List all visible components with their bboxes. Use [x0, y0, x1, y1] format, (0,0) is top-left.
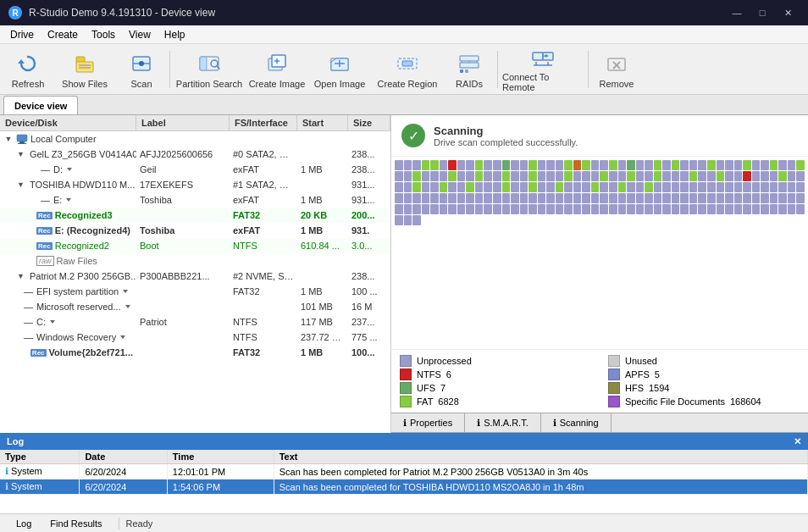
- disk-cell: [618, 160, 627, 170]
- svg-rect-23: [460, 69, 463, 73]
- dropdown-icon[interactable]: [119, 333, 127, 341]
- legend: Unprocessed Unused NTFS 6 APFS 5 UFS 7: [391, 349, 808, 413]
- disk-cell: [591, 171, 600, 181]
- expand-icon[interactable]: ▼: [17, 271, 25, 281]
- partition-search-button[interactable]: Partition Search: [174, 47, 245, 92]
- titlebar: R R-Studio Demo 9.4.191310 - Device view…: [0, 0, 808, 25]
- create-region-button[interactable]: Create Region: [372, 47, 443, 92]
- tree-cell-start: 1 MB: [297, 195, 348, 205]
- disk-cell: [591, 204, 600, 214]
- table-row[interactable]: ℹ System 6/20/2024 1:54:06 PM Scan has b…: [0, 479, 808, 495]
- dropdown-icon[interactable]: [124, 302, 132, 311]
- remove-button[interactable]: Remove: [592, 47, 641, 92]
- scan-button[interactable]: Scan: [117, 47, 166, 92]
- legend-label-fat: FAT: [417, 396, 433, 407]
- tree-cell-size: 931...: [348, 195, 390, 205]
- col-time: Time: [167, 450, 274, 464]
- disk-cell: [717, 193, 725, 203]
- list-item[interactable]: Rec Volume{2b2ef721... FAT32 1 MB 100...: [0, 345, 390, 360]
- svg-rect-11: [200, 57, 207, 70]
- list-item[interactable]: — EFI system partition FAT32 1 MB 100 ..…: [0, 284, 390, 299]
- expand-icon[interactable]: ▼: [3, 134, 14, 144]
- table-row[interactable]: ℹ System 6/20/2024 12:01:01 PM Scan has …: [0, 464, 808, 479]
- disk-cell: [475, 204, 484, 214]
- log-close-icon[interactable]: ✕: [794, 436, 801, 447]
- scan-check-icon: ✓: [401, 124, 425, 147]
- log-status-tab[interactable]: Log: [7, 518, 41, 529]
- disk-cell: [538, 193, 546, 203]
- expand-icon[interactable]: ▼: [17, 180, 25, 190]
- connect-remote-button[interactable]: Connect To Remote: [501, 47, 584, 92]
- find-results-status-tab[interactable]: Find Results: [41, 518, 111, 529]
- disk-cell: [440, 182, 448, 192]
- show-files-button[interactable]: Show Files: [54, 47, 115, 92]
- tree-cell-start: 117 MB: [297, 317, 348, 327]
- raids-button[interactable]: RAIDs: [445, 47, 494, 92]
- list-item[interactable]: — Windows Recovery NTFS 237.72 GB 775 ..…: [0, 330, 390, 345]
- list-item[interactable]: Rec Recognized3 FAT32 20 KB 200...: [0, 208, 390, 223]
- menu-tools[interactable]: Tools: [85, 27, 122, 42]
- disk-cell: [493, 160, 501, 170]
- smart-tab[interactable]: ℹ S.M.A.R.T.: [465, 413, 541, 432]
- menu-view[interactable]: View: [122, 27, 158, 42]
- log-panel: Log ✕ Type Date Time Text ℹ System 6/20/…: [0, 433, 808, 513]
- menu-help[interactable]: Help: [158, 27, 192, 42]
- list-item[interactable]: — E: Toshiba exFAT 1 MB 931...: [0, 192, 390, 208]
- list-item[interactable]: ▼ TOSHIBA HDWD110 M... 17EXEKEFS #1 SATA…: [0, 177, 390, 192]
- menu-drive[interactable]: Drive: [3, 27, 41, 42]
- disk-cell: [743, 193, 751, 203]
- disk-cell: [422, 171, 430, 181]
- disk-cell: [466, 204, 474, 214]
- disk-cell: [538, 182, 546, 192]
- maximize-button[interactable]: □: [750, 4, 774, 21]
- menu-create[interactable]: Create: [41, 27, 85, 42]
- dropdown-icon[interactable]: [65, 165, 74, 174]
- refresh-label: Refresh: [12, 79, 45, 89]
- open-image-button[interactable]: Open Image: [309, 47, 370, 92]
- disk-cell: [600, 193, 608, 203]
- svg-rect-24: [465, 69, 468, 73]
- disk-cell: [511, 204, 519, 214]
- list-item[interactable]: — Microsoft reserved... 101 MB 16 M: [0, 299, 390, 314]
- disk-cell: [440, 160, 448, 170]
- create-image-label: Create Image: [249, 79, 306, 89]
- tree-row-name: Microsoft reserved...: [36, 302, 121, 312]
- dropdown-icon[interactable]: [64, 196, 73, 204]
- disk-cell: [546, 204, 555, 214]
- list-item[interactable]: — C: Patriot NTFS 117 MB 237...: [0, 314, 390, 330]
- disk-cell: [502, 193, 511, 203]
- disk-cell: [698, 204, 706, 214]
- list-item[interactable]: — D: Geil exFAT 1 MB 238...: [0, 162, 390, 177]
- list-item[interactable]: ▼ Patriot M.2 P300 256GB... P300ABBB221.…: [0, 269, 390, 284]
- disk-cell: [493, 171, 501, 181]
- tree-row-name: C:: [36, 317, 46, 327]
- list-item[interactable]: ▼ GelL Z3_256GB V0414A0 AFJJ2025600656 #…: [0, 147, 390, 162]
- rec-badge: Rec: [36, 227, 53, 235]
- scan-status: ✓ Scanning Drive scan completed successf…: [391, 115, 808, 157]
- disk-cell: [698, 160, 706, 170]
- minimize-button[interactable]: —: [725, 4, 749, 21]
- tree-cell-fs: exFAT: [230, 164, 297, 175]
- disk-cell: [546, 171, 555, 181]
- properties-icon: ℹ: [403, 418, 407, 429]
- expand-icon[interactable]: ▼: [17, 149, 25, 159]
- list-item[interactable]: Rec E: (Recognized4) Toshiba exFAT 1 MB …: [0, 223, 390, 238]
- list-item[interactable]: ▼ Local Computer: [0, 131, 390, 147]
- properties-tab[interactable]: ℹ Properties: [391, 413, 465, 432]
- disk-cell: [770, 204, 778, 214]
- list-item[interactable]: Rec Recognized2 Boot NTFS 610.84 ... 3.0…: [0, 238, 390, 253]
- disk-cell: [672, 204, 680, 214]
- device-view-tab[interactable]: Device view: [3, 96, 78, 114]
- create-image-icon: [263, 50, 291, 77]
- create-image-button[interactable]: Create Image: [246, 47, 307, 92]
- scanning-tab[interactable]: ℹ Scanning: [541, 413, 612, 432]
- log-title: Log: [7, 436, 24, 446]
- menubar: Drive Create Tools View Help: [0, 25, 808, 44]
- disk-cell: [484, 193, 492, 203]
- list-item[interactable]: raw Raw Files: [0, 253, 390, 269]
- dropdown-icon[interactable]: [121, 287, 130, 296]
- dropdown-icon[interactable]: [48, 318, 57, 326]
- refresh-button[interactable]: Refresh: [3, 47, 53, 92]
- disk-cell: [484, 160, 492, 170]
- close-button[interactable]: ✕: [776, 4, 800, 21]
